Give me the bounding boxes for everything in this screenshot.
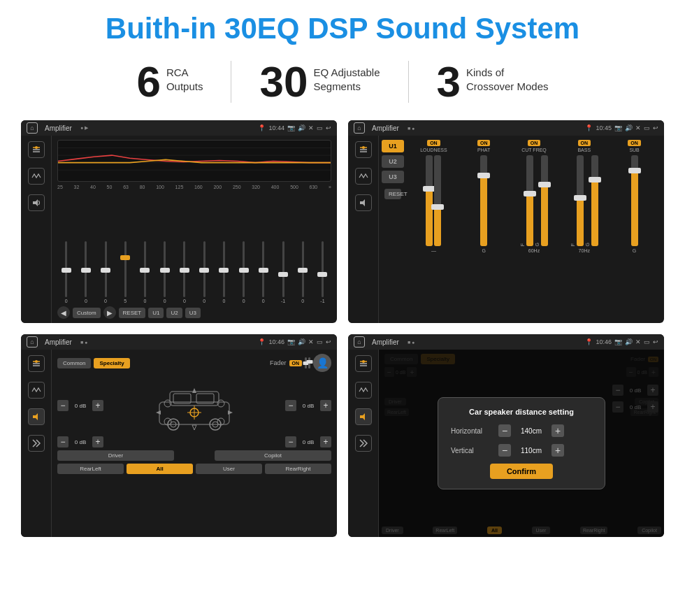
eq-next-btn[interactable]: ▶: [103, 306, 116, 319]
top-left-db: − 0 dB +: [57, 400, 103, 411]
eq-line2: Segments: [313, 80, 380, 94]
dialog-confirm-button[interactable]: Confirm: [490, 464, 553, 479]
phat-col: ON PHAT G: [460, 140, 508, 319]
cross-home-icon[interactable]: ⌂: [354, 122, 365, 134]
fader-expand-icon[interactable]: [28, 435, 45, 452]
copilot-btn[interactable]: Copilot: [215, 450, 331, 461]
cross-reset-btn[interactable]: RESET: [384, 189, 401, 199]
dialog-horizontal-plus[interactable]: +: [551, 424, 564, 437]
svg-marker-42: [360, 413, 365, 420]
svg-marker-4: [33, 199, 38, 206]
fader-tune-icon[interactable]: [28, 355, 45, 372]
eq-freq-labels: 25 32 40 50 63 80 100 125 160 200 250 32…: [57, 185, 331, 189]
speaker-btns-row1: Driver Copilot: [57, 450, 331, 461]
fader-tab-common[interactable]: Common: [57, 358, 91, 368]
svg-marker-34: [192, 388, 196, 393]
top-right-minus[interactable]: −: [285, 400, 296, 411]
dialog-box: Car speaker distance setting Horizontal …: [438, 397, 605, 489]
rearright-btn[interactable]: RearRight: [265, 464, 331, 474]
svg-marker-36: [156, 410, 161, 415]
eq-prev-btn[interactable]: ◀: [57, 306, 70, 319]
eq-number: 30: [259, 60, 308, 103]
top-left-minus[interactable]: −: [57, 400, 68, 411]
dialog-horizontal-minus[interactable]: −: [498, 424, 511, 437]
phat-label: PHAT: [477, 148, 490, 152]
eq-content: 25 32 40 50 63 80 100 125 160 200 250 32…: [21, 136, 337, 323]
sub-col: ON SUB G: [610, 140, 658, 319]
top-left-plus[interactable]: +: [92, 400, 103, 411]
eq-u3-btn[interactable]: U3: [185, 308, 201, 318]
speaker-top-row: − 0 dB +: [57, 378, 331, 434]
speaker-bottom-row: − 0 dB + − 0 dB +: [57, 436, 331, 447]
dialog-vertical-control: − 110cm +: [498, 444, 564, 457]
dialog-tune-icon[interactable]: [355, 355, 372, 372]
feature-rca: 6 RCA Outputs: [108, 60, 231, 103]
cross-tune-icon[interactable]: [355, 141, 372, 158]
bottom-left-plus[interactable]: +: [92, 436, 103, 447]
svg-point-12: [362, 146, 365, 149]
loudness-label: LOUDNESS: [420, 148, 447, 152]
cross-u2-btn[interactable]: U2: [382, 155, 404, 168]
cross-status-icons: 📍10:45 📷🔊✕▭↩: [585, 124, 658, 131]
fader-wave-icon[interactable]: [28, 382, 45, 399]
cross-u3-btn[interactable]: U3: [382, 171, 404, 183]
dialog-vertical-plus[interactable]: +: [551, 444, 564, 457]
dialog-screen: ⌂ Amplifier ■ ● 📍10:46 📷🔊✕▭↩: [348, 334, 664, 537]
rearleft-btn[interactable]: RearLeft: [57, 464, 124, 474]
dialog-screen-title: Amplifier: [372, 338, 399, 346]
fader-status-icons: 📍10:46 📷🔊✕▭↩: [258, 338, 331, 345]
top-right-plus[interactable]: +: [320, 400, 331, 411]
dialog-box-title: Car speaker distance setting: [451, 408, 592, 416]
eq-vol-icon[interactable]: [28, 194, 45, 211]
loudness-col: ON LOUDNESS —: [410, 140, 458, 319]
eq-sidebar: [21, 136, 52, 323]
fader-home-icon[interactable]: ⌂: [27, 336, 38, 348]
dialog-expand-icon[interactable]: [355, 435, 372, 452]
dialog-speaker-icon[interactable]: [355, 408, 372, 425]
bottom-left-minus[interactable]: −: [57, 436, 68, 447]
cross-u1-btn[interactable]: U1: [382, 140, 404, 152]
dialog-horizontal-label: Horizontal: [451, 427, 493, 435]
eq-line1: EQ Adjustable: [313, 66, 380, 80]
fader-screen: ⌂ Amplifier ■ ● 📍10:46 📷🔊✕▭↩: [21, 334, 337, 537]
fader-tab-specialty[interactable]: Specialty: [94, 358, 129, 368]
all-btn[interactable]: All: [127, 464, 193, 474]
crossover-text: Kinds of Crossover Modes: [466, 60, 549, 93]
eq-reset-btn[interactable]: RESET: [119, 308, 146, 318]
sub-label: SUB: [629, 148, 639, 152]
dialog-sidebar: [348, 350, 379, 537]
cross-time: 10:45: [596, 124, 612, 131]
dialog-wave-icon[interactable]: [355, 382, 372, 399]
fader-speaker-icon[interactable]: [28, 408, 45, 425]
bottom-right-minus[interactable]: −: [285, 436, 296, 447]
dialog-vertical-minus[interactable]: −: [498, 444, 511, 457]
cross-wave-icon[interactable]: [355, 168, 372, 185]
dialog-home-icon[interactable]: ⌂: [354, 336, 365, 348]
fader-slider-h: [305, 357, 310, 368]
eq-wave-icon[interactable]: [28, 168, 45, 185]
cutfreq-on: ON: [528, 140, 541, 146]
rca-number: 6: [136, 60, 160, 103]
eq-screen: ⌂ Amplifier ● ▶ 📍10:44 📷🔊✕▭↩: [21, 120, 337, 323]
driver-btn[interactable]: Driver: [57, 450, 174, 461]
fader-screen-title: Amplifier: [45, 338, 72, 346]
dialog-horizontal-control: − 140cm +: [498, 424, 564, 437]
dialog-time: 10:46: [596, 338, 612, 345]
dialog-horizontal-row: Horizontal − 140cm +: [451, 424, 592, 437]
dialog-content: Common Specialty Fader ON − 0 dB +: [348, 350, 664, 537]
home-icon[interactable]: ⌂: [27, 122, 38, 134]
cross-content: U1 U2 U3 RESET ON LOUDNESS —: [348, 136, 664, 323]
eq-u2-btn[interactable]: U2: [166, 308, 182, 318]
eq-u1-btn[interactable]: U1: [148, 308, 164, 318]
bottom-right-plus[interactable]: +: [320, 436, 331, 447]
user-btn[interactable]: User: [196, 464, 262, 474]
cross-vol-icon[interactable]: [355, 194, 372, 211]
eq-custom-btn[interactable]: Custom: [73, 308, 101, 318]
slider-1[interactable]: 0: [57, 241, 75, 303]
svg-point-3: [35, 146, 38, 149]
eq-bottom-bar: ◀ Custom ▶ RESET U1 U2 U3: [57, 306, 331, 319]
bass-label: BASS: [577, 148, 591, 152]
top-right-val: 0 dB: [298, 403, 318, 409]
eq-tune-icon[interactable]: [28, 141, 45, 158]
speaker-btns-row2: RearLeft All User RearRight: [57, 464, 331, 474]
